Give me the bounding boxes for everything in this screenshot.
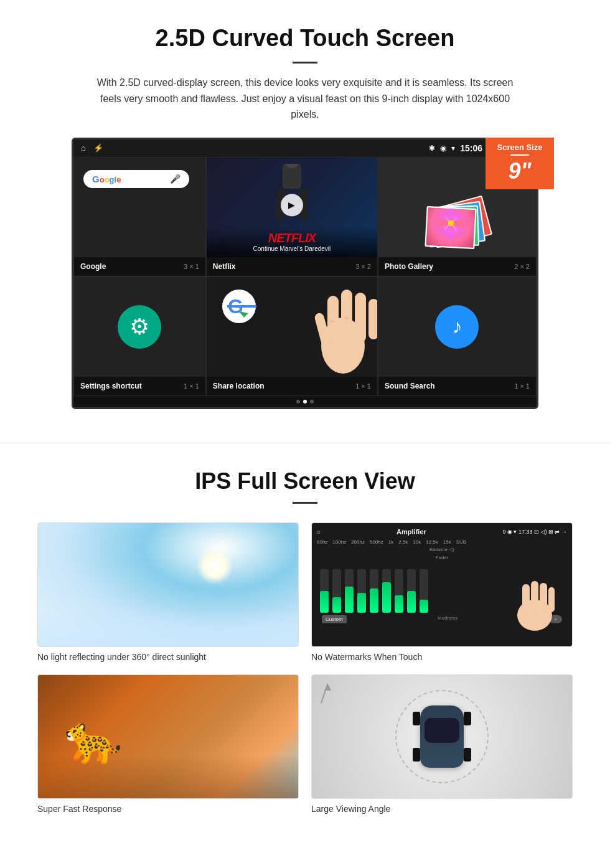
maps-icon: G <box>222 290 256 326</box>
dots-row <box>73 396 537 407</box>
cheetah-caption: Super Fast Response <box>37 804 299 814</box>
settings-label: Settings shortcut 1 × 1 <box>74 377 205 395</box>
sun-flare <box>196 547 233 585</box>
eq-bar-1 <box>320 569 329 613</box>
settings-gear-icon: ⚙ <box>129 314 149 340</box>
sound-thumb: ♪ <box>378 277 536 377</box>
netflix-overlay: NETFLIX Continue Marvel's Daredevil <box>207 226 377 257</box>
netflix-grid-size: 3 × 2 <box>355 263 371 270</box>
bluetooth-icon: ✱ <box>429 144 435 153</box>
amp-balance-label: Balance ◁) <box>317 547 567 552</box>
amp-home-icon: ⌂ <box>317 529 320 535</box>
sunlight-item: No light reflecting under 360° direct su… <box>37 522 299 662</box>
status-bar: ⌂ ⚡ ✱ ◉ ▾ 15:06 ⊡ ◁) ⊠ ⊟ <box>73 139 537 157</box>
car-item: Large Viewing Angle <box>311 674 573 814</box>
google-search-bar[interactable]: Google 🎤 <box>83 170 189 188</box>
svg-rect-18 <box>368 299 377 339</box>
settings-app-name: Settings shortcut <box>80 382 142 390</box>
badge-title: Screen Size <box>492 143 548 152</box>
sound-cell[interactable]: ♪ Sound Search 1 × 1 <box>378 276 537 396</box>
google-label: Google 3 × 1 <box>74 257 205 276</box>
car-circle <box>395 690 489 783</box>
svg-point-5 <box>447 207 456 222</box>
sunlight-bg <box>38 523 298 646</box>
section1: 2.5D Curved Touch Screen With 2.5D curve… <box>0 0 610 424</box>
usb-icon: ⚡ <box>93 143 103 153</box>
page: 2.5D Curved Touch Screen With 2.5D curve… <box>0 0 610 840</box>
settings-icon-wrap: ⚙ <box>118 305 161 349</box>
amp-fader-label: Fader <box>317 555 567 560</box>
netflix-label: Netflix 3 × 2 <box>207 257 377 276</box>
badge-divider <box>510 154 529 156</box>
dot-2-active <box>303 400 307 403</box>
section1-description: With 2.5D curved-display screen, this de… <box>87 75 523 123</box>
gallery-stack <box>426 201 488 251</box>
eq-bar-8 <box>407 569 416 613</box>
settings-cell[interactable]: ⚙ Settings shortcut 1 × 1 <box>73 276 206 396</box>
home-icon[interactable]: ⌂ <box>81 143 86 153</box>
section2: IPS Full Screen View No light reflecting… <box>0 462 610 840</box>
amplifier-bg: ⌂ Amplifier 9 ◉ ▾ 17:33 ⊡ ◁) ⊠ ⇌ → 60hz1… <box>312 523 572 646</box>
cheetah-image-box: 🐆 <box>37 674 299 799</box>
svg-rect-26 <box>548 587 555 612</box>
share-thumb: G <box>207 277 377 377</box>
angle-indicator <box>318 681 343 706</box>
google-app-name: Google <box>80 262 106 271</box>
section1-divider <box>293 62 317 64</box>
amp-loudness-label: loudness <box>438 615 458 623</box>
eq-bar-5 <box>370 569 378 613</box>
sound-app-name: Sound Search <box>385 382 435 390</box>
status-left: ⌂ ⚡ <box>81 143 103 153</box>
amp-freq-labels: 60hz100hz200hz500hz1k2.5k10k12.5k15kSUB <box>317 539 567 545</box>
device-container: Screen Size 9" ⌂ ⚡ ✱ ◉ ▾ 15:0 <box>62 138 548 409</box>
share-label: Share location 1 × 1 <box>207 377 377 395</box>
google-cell[interactable]: Google 🎤 Google 3 × 1 <box>73 157 206 276</box>
svg-rect-23 <box>522 584 530 615</box>
netflix-play-button[interactable]: ▶ <box>281 194 303 216</box>
gallery-label: Photo Gallery 2 × 2 <box>378 257 536 276</box>
amp-eq <box>317 563 567 613</box>
app-grid-row1: Google 🎤 Google 3 × 1 <box>73 157 537 276</box>
netflix-cell[interactable]: ▶ NETFLIX Continue Marvel's Daredevil Ne… <box>206 157 378 276</box>
settings-grid-size: 1 × 1 <box>184 382 199 390</box>
section1-title: 2.5D Curved Touch Screen <box>37 25 573 52</box>
sunlight-image-box <box>37 522 299 647</box>
image-grid: No light reflecting under 360° direct su… <box>37 522 573 814</box>
head-unit-screen: ⌂ ⚡ ✱ ◉ ▾ 15:06 ⊡ ◁) ⊠ ⊟ <box>72 138 538 409</box>
eq-bar-2 <box>332 569 341 613</box>
cheetah-item: 🐆 Super Fast Response <box>37 674 299 814</box>
svg-rect-24 <box>531 581 538 613</box>
gallery-card-4 <box>425 206 477 249</box>
amplifier-caption: No Watermarks When Touch <box>311 652 573 662</box>
sound-label: Sound Search 1 × 1 <box>378 377 536 395</box>
amp-custom-btn[interactable]: Custom <box>322 615 347 623</box>
gallery-app-name: Photo Gallery <box>385 262 433 271</box>
amp-title: Amplifier <box>396 528 426 535</box>
sound-grid-size: 1 × 1 <box>514 382 530 390</box>
netflix-thumb: ▶ NETFLIX Continue Marvel's Daredevil <box>207 158 377 257</box>
location-icon: ◉ <box>440 144 446 153</box>
share-cell[interactable]: G <box>206 276 378 396</box>
cheetah-bg: 🐆 <box>38 675 298 798</box>
sound-icon-wrap: ♪ <box>435 305 479 349</box>
svg-rect-17 <box>355 293 366 342</box>
netflix-subtitle: Continue Marvel's Daredevil <box>213 245 371 252</box>
google-grid-size: 3 × 1 <box>184 263 199 270</box>
svg-rect-25 <box>540 583 547 613</box>
eq-bar-4 <box>357 569 366 613</box>
dot-3 <box>310 400 314 403</box>
section2-divider <box>293 502 317 504</box>
amplifier-item: ⌂ Amplifier 9 ◉ ▾ 17:33 ⊡ ◁) ⊠ ⇌ → 60hz1… <box>311 522 573 662</box>
eq-bar-6 <box>382 569 391 613</box>
netflix-logo: NETFLIX <box>213 231 371 245</box>
dot-1 <box>296 400 300 403</box>
mic-icon[interactable]: 🎤 <box>170 174 181 184</box>
badge-size: 9" <box>492 158 548 184</box>
svg-rect-16 <box>341 290 352 342</box>
car-bg <box>312 675 572 798</box>
eq-bar-9 <box>420 569 428 613</box>
svg-point-8 <box>453 219 467 228</box>
gallery-grid-size: 2 × 2 <box>514 263 530 270</box>
google-thumb: Google 🎤 <box>74 158 205 257</box>
screen-size-badge: Screen Size 9" <box>486 138 554 189</box>
